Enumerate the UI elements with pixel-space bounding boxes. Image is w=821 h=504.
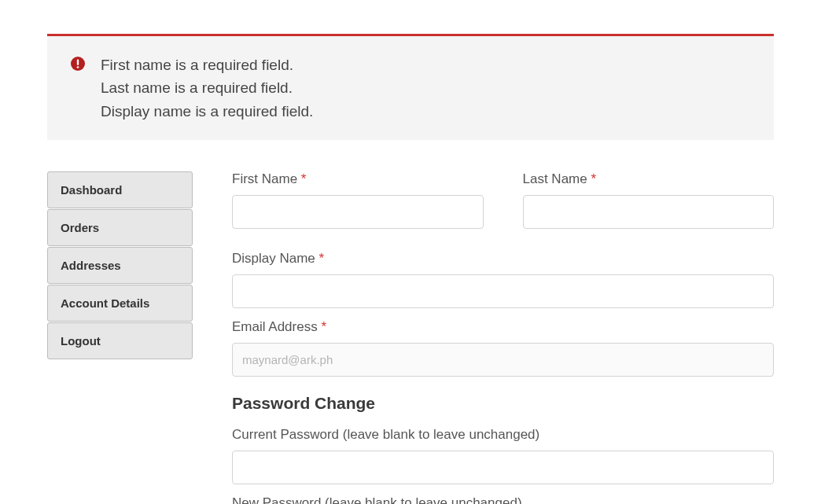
email-input[interactable] xyxy=(232,343,774,377)
email-label-text: Email Address xyxy=(232,319,318,334)
alert-messages: First name is a required field. Last nam… xyxy=(101,53,750,123)
last-name-input[interactable] xyxy=(523,195,775,229)
email-field-group: Email Address * xyxy=(232,319,774,377)
sidebar-item-orders[interactable]: Orders xyxy=(47,209,193,246)
alert-message: Display name is a required field. xyxy=(101,100,750,123)
sidebar-item-logout[interactable]: Logout xyxy=(47,322,193,359)
sidebar-item-dashboard[interactable]: Dashboard xyxy=(47,171,193,208)
validation-alert: First name is a required field. Last nam… xyxy=(47,36,774,140)
first-name-input[interactable] xyxy=(232,195,484,229)
current-password-field-group: Current Password (leave blank to leave u… xyxy=(232,427,774,484)
last-name-label-text: Last Name xyxy=(523,171,587,186)
sidebar-item-addresses[interactable]: Addresses xyxy=(47,247,193,284)
new-password-field-group: New Password (leave blank to leave uncha… xyxy=(232,495,774,504)
sidebar-item-account-details[interactable]: Account Details xyxy=(47,285,193,322)
last-name-field-group: Last Name * xyxy=(523,171,775,229)
password-change-heading: Password Change xyxy=(232,394,774,413)
last-name-label: Last Name * xyxy=(523,171,775,187)
required-mark: * xyxy=(321,319,326,334)
first-name-label: First Name * xyxy=(232,171,484,187)
required-mark: * xyxy=(591,171,596,186)
display-name-field-group: Display Name * xyxy=(232,251,774,308)
first-name-field-group: First Name * xyxy=(232,171,484,229)
new-password-label: New Password (leave blank to leave uncha… xyxy=(232,495,774,504)
required-mark: * xyxy=(319,251,325,266)
first-name-label-text: First Name xyxy=(232,171,297,186)
current-password-input[interactable] xyxy=(232,451,774,484)
required-mark: * xyxy=(301,171,307,186)
warning-icon xyxy=(71,57,85,71)
account-details-form: First Name * Last Name * Display Name * … xyxy=(232,171,774,504)
email-label: Email Address * xyxy=(232,319,774,335)
display-name-label-text: Display Name xyxy=(232,251,315,266)
alert-message: First name is a required field. xyxy=(101,53,750,76)
current-password-label: Current Password (leave blank to leave u… xyxy=(232,427,774,443)
svg-rect-1 xyxy=(77,60,79,65)
alert-message: Last name is a required field. xyxy=(101,76,750,99)
display-name-label: Display Name * xyxy=(232,251,774,267)
svg-point-2 xyxy=(77,66,79,68)
display-name-input[interactable] xyxy=(232,274,774,308)
account-sidebar: Dashboard Orders Addresses Account Detai… xyxy=(47,171,193,504)
